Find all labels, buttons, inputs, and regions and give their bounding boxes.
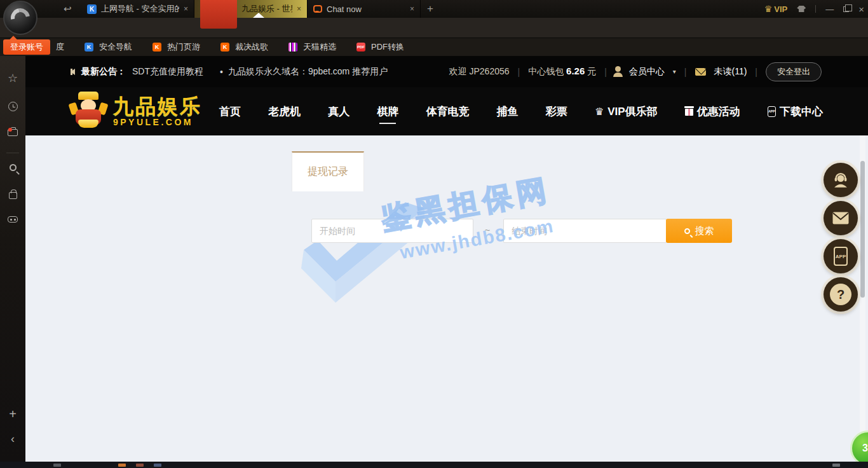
- divider: [815, 5, 816, 13]
- nav-slots[interactable]: 老虎机: [268, 104, 301, 119]
- k-blue-icon: K: [85, 43, 93, 52]
- start-time-input[interactable]: [311, 219, 473, 243]
- maximize-button[interactable]: [843, 6, 849, 12]
- announcement-item[interactable]: SDT充值使用教程: [132, 66, 203, 78]
- envelope-icon: [832, 211, 850, 225]
- site-logo[interactable]: 九品娱乐 9PYULE.COM: [70, 92, 202, 131]
- announcement-item[interactable]: 九品娱乐永久域名：9pbet.com 推荐用户: [228, 66, 388, 78]
- browser-side-rail: ☆ + ‹: [0, 56, 25, 462]
- wallet[interactable]: 中心钱包 6.26 元: [528, 65, 596, 78]
- divider: |: [604, 67, 607, 77]
- mascot-logo: [70, 92, 107, 131]
- tilde-separator: ~: [485, 225, 490, 235]
- login-account-tooltip[interactable]: 登录账号: [3, 39, 50, 55]
- nav-sports[interactable]: 体育电竞: [426, 104, 470, 119]
- speaker-icon: [67, 69, 75, 75]
- skin-icon[interactable]: [797, 6, 806, 12]
- announcement-label: 最新公告：: [81, 66, 126, 78]
- mascot-favicon: [200, 0, 237, 29]
- k-favicon: K: [87, 4, 97, 14]
- divider: |: [755, 67, 757, 77]
- active-tab-notch: [253, 13, 264, 18]
- search-button[interactable]: 搜索: [666, 219, 732, 243]
- add-icon[interactable]: +: [0, 407, 25, 422]
- chevron-down-icon[interactable]: ▾: [673, 68, 676, 75]
- bullet: •: [220, 67, 223, 77]
- nav-live[interactable]: 真人: [328, 104, 349, 119]
- history-clock-icon[interactable]: [0, 102, 25, 111]
- announcement-bar: 最新公告： SDT充值使用教程 • 九品娱乐永久域名：9pbet.com 推荐用…: [25, 56, 868, 87]
- bookmark-hot-games[interactable]: 热门页游: [167, 41, 200, 53]
- nav-fishing[interactable]: 捕鱼: [497, 104, 519, 119]
- tmall-icon: [288, 43, 297, 52]
- tab-withdraw-records[interactable]: 提现记录: [292, 151, 364, 191]
- main-nav: 首页 老虎机 真人 棋牌 体育电竞 捕鱼 彩票 ♛VIP俱乐部 优惠活动 APP…: [219, 87, 823, 135]
- nav-promotions[interactable]: 优惠活动: [685, 104, 740, 119]
- k-orange-icon: K: [153, 43, 161, 52]
- nav-chess[interactable]: 棋牌: [377, 104, 398, 119]
- mail-icon: [695, 68, 706, 76]
- welcome-user: 欢迎 JP262056: [449, 66, 510, 78]
- search-icon: [684, 228, 690, 234]
- close-button[interactable]: ×: [858, 4, 864, 15]
- scrollbar-thumb[interactable]: [860, 161, 865, 298]
- help-button[interactable]: ?: [824, 277, 858, 312]
- bookmark-tmall[interactable]: 天猫精选: [303, 41, 336, 53]
- windows-taskbar[interactable]: [0, 462, 868, 468]
- gamepad-icon[interactable]: [0, 216, 25, 223]
- browser-logo[interactable]: [3, 1, 37, 35]
- minimize-button[interactable]: —: [825, 4, 834, 14]
- tab-close-icon[interactable]: ×: [184, 4, 188, 13]
- mail-button[interactable]: [824, 201, 858, 235]
- bookmark-verdict-song[interactable]: 裁决战歌: [235, 41, 268, 53]
- customer-service-button[interactable]: [824, 163, 858, 197]
- divider: |: [684, 67, 687, 77]
- collapse-icon[interactable]: ‹: [0, 432, 25, 446]
- user-icon: [615, 66, 621, 72]
- tab-title: Chat now: [327, 4, 405, 14]
- chat-bubble-icon: [313, 5, 322, 13]
- tab-9pyule-active[interactable]: 九品娱乐 - 世界顶级娱 ×: [194, 0, 308, 18]
- crown-icon: ♛: [764, 4, 773, 14]
- tab-chat[interactable]: Chat now ×: [308, 0, 421, 18]
- nav-lottery[interactable]: 彩票: [546, 104, 567, 119]
- window-controls: ♛VIP — ×: [764, 0, 864, 18]
- site-name: 九品娱乐: [113, 95, 202, 117]
- k-orange-icon: K: [220, 43, 229, 52]
- app-download-button[interactable]: APP: [824, 239, 858, 273]
- browser-vip-button[interactable]: ♛VIP: [764, 4, 788, 14]
- tab-close-icon[interactable]: ×: [410, 4, 414, 13]
- tab-title: 上网导航 - 安全实用的: [101, 3, 179, 15]
- tab-close-icon[interactable]: ×: [297, 4, 301, 13]
- nav-home[interactable]: 首页: [219, 104, 241, 119]
- bookmarks-bar: 度 K 安全导航 K 热门页游 K 裁决战歌 天猫精选 PDF PDF转换: [0, 38, 868, 56]
- tab-title: 九品娱乐 - 世界顶级娱: [241, 3, 292, 15]
- end-time-input[interactable]: [503, 219, 667, 243]
- browser-tab-bar: ↩ K 上网导航 - 安全实用的 × 九品娱乐 - 世界顶级娱 × Chat n…: [0, 0, 868, 18]
- divider: [6, 153, 19, 153]
- shopping-bag-icon[interactable]: [0, 189, 25, 199]
- nav-vip-club[interactable]: ♛VIP俱乐部: [595, 104, 658, 119]
- browser-back-arrow-icon[interactable]: ↩: [64, 3, 72, 15]
- bookmark-safe-nav[interactable]: 安全导航: [99, 41, 132, 53]
- scrollbar[interactable]: [860, 135, 865, 462]
- app-phone-icon: APP: [768, 106, 776, 117]
- new-tab-button[interactable]: +: [421, 0, 440, 18]
- crown-icon: ♛: [595, 106, 604, 118]
- bookmark-partial[interactable]: 度: [56, 41, 64, 53]
- favorites-star-icon[interactable]: ☆: [0, 71, 25, 85]
- member-center-link[interactable]: 会员中心: [629, 66, 665, 78]
- bookmark-pdf-convert[interactable]: PDF转换: [371, 41, 404, 53]
- nav-download[interactable]: APP下载中心: [768, 104, 823, 119]
- briefcase-icon[interactable]: [0, 129, 25, 136]
- question-icon: ?: [830, 284, 851, 305]
- site-domain: 9PYULE.COM: [113, 117, 202, 127]
- logout-button[interactable]: 安全登出: [766, 62, 822, 81]
- unread-link[interactable]: 未读(11): [714, 66, 747, 78]
- pdf-icon: PDF: [356, 43, 365, 52]
- browser-address-bar: [0, 18, 868, 38]
- gift-icon: [685, 109, 693, 116]
- app-phone-icon: APP: [834, 247, 848, 266]
- search-icon[interactable]: [0, 164, 25, 171]
- tab-nav-site[interactable]: K 上网导航 - 安全实用的 ×: [81, 0, 194, 18]
